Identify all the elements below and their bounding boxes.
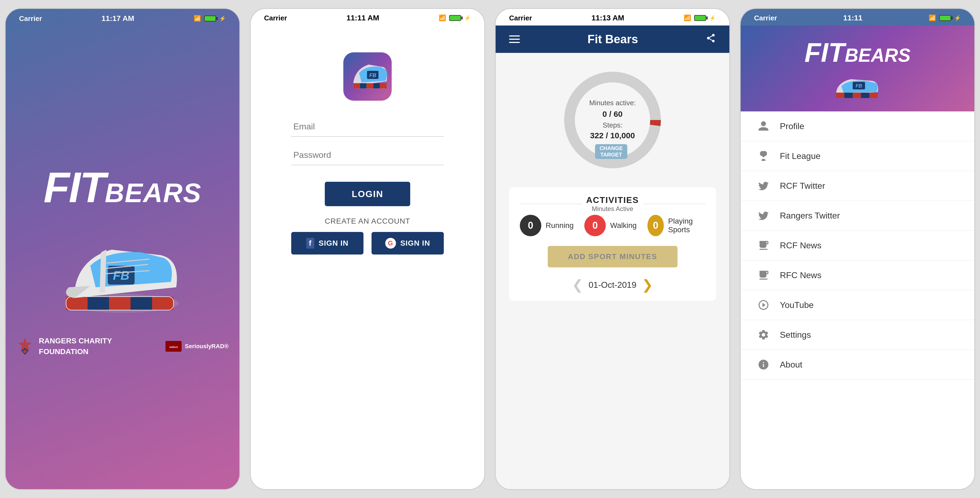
dashboard-content: Minutes active: 0 / 60 Steps: 322 / 10,0… <box>496 53 729 489</box>
screen-splash-phone: Carrier 11:17 AM 📶 ⚡ FIT BEARS <box>5 8 240 490</box>
login-button[interactable]: LOGIN <box>325 182 410 206</box>
app-title: FIT BEARS <box>43 163 202 212</box>
create-account-text: CREATE AN ACCOUNT <box>325 217 410 225</box>
ring-chart-container: Minutes active: 0 / 60 Steps: 322 / 10,0… <box>509 63 716 176</box>
bottom-logos: RANGERS CHARITY FOUNDATION Salford Serio… <box>16 336 229 357</box>
rcf-twitter-icon <box>757 179 770 192</box>
menu-item-rfc-news[interactable]: RFC News <box>741 260 974 290</box>
add-sport-button[interactable]: ADD SPORT MINUTES <box>548 246 678 267</box>
walking-badge: 0 Walking <box>584 215 637 236</box>
menu-item-about[interactable]: About <box>741 350 974 380</box>
next-date-arrow[interactable]: ❯ <box>642 277 653 293</box>
password-input[interactable] <box>291 145 444 165</box>
menu-shoe-icon: FB <box>830 73 885 100</box>
rfc-news-icon <box>757 268 770 282</box>
svg-rect-23 <box>380 83 387 89</box>
menu-item-rangers-twitter[interactable]: Rangers Twitter <box>741 201 974 231</box>
time-1: 11:17 AM <box>102 14 134 23</box>
wifi-icon-3: 📶 <box>684 14 691 21</box>
activities-section: ACTIVITIES Minutes Active 0 Running 0 Wa… <box>509 187 716 301</box>
rangers-logo: RANGERS CHARITY FOUNDATION <box>16 336 152 357</box>
dashboard-body: Minutes active: 0 / 60 Steps: 322 / 10,0… <box>496 53 729 489</box>
facebook-signin-button[interactable]: f SIGN IN <box>291 232 363 254</box>
status-icons-1: 📶 ⚡ <box>194 15 226 22</box>
google-icon: G <box>385 238 396 249</box>
menu-item-rcf-news[interactable]: RCF News <box>741 231 974 260</box>
ring-chart: Minutes active: 0 / 60 Steps: 322 / 10,0… <box>556 63 669 176</box>
svg-text:FB: FB <box>113 268 129 282</box>
profile-icon <box>757 119 770 133</box>
svg-rect-22 <box>373 83 380 89</box>
ribbon-svg <box>16 336 33 357</box>
walking-label: Walking <box>610 221 637 230</box>
google-signin-button[interactable]: G SIGN IN <box>372 232 444 254</box>
menu-about-label: About <box>780 360 802 370</box>
hamburger-line-2 <box>509 39 520 40</box>
facebook-signin-label: SIGN IN <box>318 239 348 247</box>
battery-bolt-2: ⚡ <box>464 15 471 21</box>
carrier-2: Carrier <box>264 14 287 22</box>
svg-rect-42 <box>869 93 878 98</box>
menu-logo-text: FIT BEARS <box>805 37 911 68</box>
facebook-icon: f <box>306 238 314 249</box>
menu-rcf-news-label: RCF News <box>780 241 821 251</box>
svg-text:0 / 60: 0 / 60 <box>602 109 622 118</box>
status-icons-4: 📶 ⚡ <box>929 14 961 21</box>
carrier-3: Carrier <box>509 14 532 22</box>
svg-text:Minutes active:: Minutes active: <box>589 99 636 107</box>
hamburger-menu[interactable] <box>509 35 520 43</box>
menu-item-rcf-twitter[interactable]: RCF Twitter <box>741 171 974 201</box>
svg-rect-40 <box>853 93 861 98</box>
menu-item-fit-league[interactable]: Fit League <box>741 141 974 171</box>
battery-icon-3 <box>694 15 706 21</box>
seriouslyrad-text: SeriouslyRAD® <box>185 343 229 350</box>
rcf-news-icon <box>757 239 770 252</box>
status-bar-1: Carrier 11:17 AM 📶 ⚡ <box>6 9 239 26</box>
menu-rcf-twitter-label: RCF Twitter <box>780 181 825 191</box>
activity-badges: 0 Running 0 Walking 0 Playing Sports <box>520 215 705 236</box>
carrier-1: Carrier <box>19 14 42 23</box>
social-buttons: f SIGN IN G SIGN IN <box>291 232 444 254</box>
activities-title: ACTIVITIES Minutes Active <box>586 195 639 213</box>
menu-item-profile[interactable]: Profile <box>741 111 974 141</box>
running-badge: 0 Running <box>520 215 574 236</box>
svg-text:FB: FB <box>856 83 862 89</box>
wifi-icon-4: 📶 <box>929 14 936 21</box>
nav-title: Fit Bears <box>587 32 638 46</box>
menu-item-settings[interactable]: Settings <box>741 320 974 350</box>
bears-text: BEARS <box>105 178 202 208</box>
playing-circle: 0 <box>648 215 664 236</box>
battery-bolt-3: ⚡ <box>709 15 716 21</box>
menu-item-youtube[interactable]: YouTube <box>741 290 974 320</box>
svg-text:FB: FB <box>369 72 376 78</box>
svg-text:322 / 10,000: 322 / 10,000 <box>590 131 635 140</box>
menu-items-list: Profile Fit League RCF Twitter Rangers T… <box>741 111 974 489</box>
svg-rect-41 <box>861 93 869 98</box>
battery-bolt-4: ⚡ <box>954 15 961 21</box>
prev-date-arrow[interactable]: ❮ <box>572 277 583 293</box>
org-name: RANGERS CHARITY FOUNDATION <box>39 336 152 357</box>
share-icon[interactable] <box>706 33 716 46</box>
menu-header: FIT BEARS FB <box>741 25 974 111</box>
svg-text:Salford: Salford <box>170 346 178 349</box>
screen-menu-phone: Carrier 11:11 📶 ⚡ FIT BEARS FB <box>740 8 975 490</box>
shoe-svg: FB <box>58 228 187 319</box>
screen-dashboard-phone: Carrier 11:13 AM 📶 ⚡ Fit Bears <box>495 8 730 490</box>
email-input[interactable] <box>291 117 444 136</box>
menu-rangers-twitter-label: Rangers Twitter <box>780 211 840 220</box>
time-3: 11:13 AM <box>592 14 624 22</box>
activities-header: ACTIVITIES Minutes Active <box>520 195 705 213</box>
share-svg <box>706 33 716 43</box>
date-navigation: ❮ 01-Oct-2019 ❯ <box>520 277 705 293</box>
salford-logo: Salford <box>165 341 181 352</box>
about-icon <box>757 358 770 371</box>
menu-header-content: FIT BEARS FB <box>805 37 911 100</box>
divider-left <box>520 204 582 204</box>
login-content: FB LOGIN CREATE AN ACCOUNT f SIGN IN <box>251 25 484 489</box>
time-2: 11:11 AM <box>347 14 379 22</box>
menu-profile-label: Profile <box>780 121 804 131</box>
svg-rect-38 <box>836 93 844 98</box>
svg-text:Steps:: Steps: <box>603 121 622 129</box>
menu-bears-text: BEARS <box>845 44 910 66</box>
wifi-icon-2: 📶 <box>439 14 446 21</box>
